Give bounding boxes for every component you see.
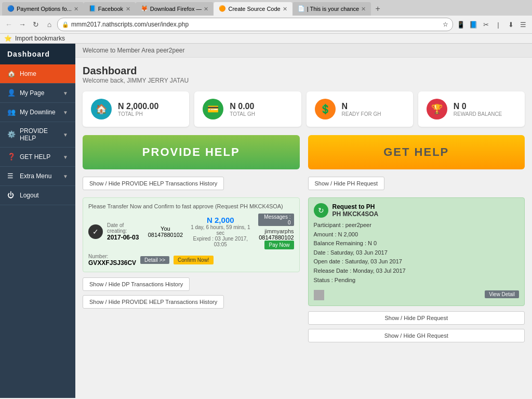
request-status: Status : Pending: [314, 276, 520, 285]
transaction-user-info: Messages : 0 jimmyarphs 08147880102 Pay …: [258, 214, 294, 249]
gh-request-toggle[interactable]: Show / Hide GH Request: [308, 329, 525, 342]
transaction-amount-info: N 2,000 1 day, 6 hours, 59 mins, 1 sec E…: [187, 216, 254, 247]
detail-button[interactable]: Detail >>: [140, 256, 169, 264]
sidebar-item-my-downline[interactable]: 👥 My Downline ▼: [0, 103, 75, 122]
tab-favicon-1: 🔵: [7, 5, 15, 12]
sidebar-item-get-help[interactable]: ❓ GET HELP ▼: [0, 148, 75, 167]
transaction-header: Please Transfer Now and Confirm to fast …: [88, 203, 294, 209]
action-row: PROVIDE HELP GET HELP: [83, 135, 525, 169]
request-icon: ↻: [314, 203, 328, 218]
pay-now-button[interactable]: Pay Now: [264, 241, 294, 249]
tab-favicon-4: 🟠: [219, 5, 226, 12]
sidebar-item-extra-menu[interactable]: ☰ Extra Menu ▼: [0, 167, 75, 186]
number-label: Number:: [88, 254, 136, 259]
stat-card-reward: 🏆 N 0 REWARD BALANCE: [418, 91, 525, 127]
request-participant: Participant : peer2peer: [314, 221, 520, 230]
transaction-date-info: Date of creating: 2017-06-03: [107, 222, 144, 241]
extra-menu-icon: ☰: [7, 172, 16, 180]
sidebar-item-my-page-left: 👤 My Page: [7, 89, 44, 97]
stat-icon-total-ph: 🏠: [91, 99, 112, 119]
provide-history2-toggle[interactable]: Show / Hide PROVIDE HELP Transactions Hi…: [83, 295, 224, 309]
import-bookmarks-link[interactable]: Import bookmarks: [15, 35, 65, 42]
sidebar-item-logout[interactable]: ⏻ Logout: [0, 186, 75, 205]
bookmarks-star-icon: ⭐: [4, 35, 12, 42]
tab-bar: 🔵 Payment Options fo... ✕ 📘 Facebook ✕ 🦊…: [0, 0, 532, 16]
toggle-ph-label: Show / Hide PH Request: [315, 180, 378, 187]
get-help-icon: ❓: [7, 153, 16, 161]
tab-facebook[interactable]: 📘 Facebook ✕: [84, 2, 136, 16]
request-title: Request to PH: [332, 203, 379, 210]
extra-menu-arrow-icon: ▼: [63, 174, 68, 179]
sidebar-label-my-page: My Page: [20, 89, 44, 97]
tab-label-1: Payment Options fo...: [17, 6, 72, 12]
forward-button[interactable]: →: [17, 19, 28, 30]
transaction-left: Please Transfer Now and Confirm to fast …: [83, 197, 300, 342]
tab-label-3: Download Firefox —: [150, 6, 202, 12]
tab-chance[interactable]: 📄 | This is your chance ✕: [292, 2, 371, 16]
sidebar-item-my-page[interactable]: 👤 My Page ▼: [0, 84, 75, 103]
date-creating-label: Date of creating:: [107, 222, 144, 234]
tab-firefox[interactable]: 🦊 Download Firefox — ✕: [136, 2, 214, 16]
toggle-left-1: Show / Hide PROVIDE HELP Transactions Hi…: [83, 177, 300, 190]
dp-request-toggle[interactable]: Show / Hide DP Request: [308, 311, 525, 325]
tab-close-1[interactable]: ✕: [74, 6, 78, 12]
logout-icon: ⏻: [7, 191, 16, 200]
messages-badge: Messages : 0: [258, 214, 294, 226]
number-info: Number: GVXXFJSJ36CV: [88, 254, 136, 267]
sidebar-label-extra: Extra Menu: [20, 172, 51, 180]
stat-value-total-gh: N 0.00: [230, 102, 255, 111]
facebook-icon[interactable]: 📘: [468, 19, 479, 30]
stat-icon-total-gh: 💳: [203, 99, 223, 119]
provide-help-button[interactable]: PROVIDE HELP: [83, 135, 300, 169]
nav-bar: ← → ↻ ⌂ 🔒 mmm2017.nathscripts.com/user/i…: [0, 16, 532, 34]
sidebar-label-home: Home: [20, 70, 36, 77]
stat-info-total-gh: N 0.00 TOTAL GH: [230, 102, 255, 117]
tab-label-4: Create Source Code: [228, 6, 280, 12]
breadcrumb: Welcome to Member Area peer2peer: [75, 44, 532, 58]
menu-icon[interactable]: ☰: [517, 19, 529, 30]
home-button[interactable]: ⌂: [44, 19, 55, 30]
sidebar-item-my-downline-left: 👥 My Downline: [7, 108, 56, 116]
tab-payment-options[interactable]: 🔵 Payment Options fo... ✕: [2, 2, 84, 16]
back-button[interactable]: ←: [3, 19, 15, 30]
provide-history2-section: Show / Hide PROVIDE HELP Transactions Hi…: [83, 295, 300, 309]
you-label: You: [148, 225, 183, 232]
my-page-arrow-icon: ▼: [63, 90, 68, 96]
dp-history-toggle[interactable]: Show / Hide DP Transactions History: [83, 277, 190, 291]
dp-request-label: Show / Hide DP Request: [385, 315, 448, 321]
stats-row: 🏠 N 2,000.00 TOTAL PH 💳 N 0.00 TOTAL GH …: [83, 91, 525, 127]
get-help-button[interactable]: GET HELP: [308, 135, 525, 169]
tab-close-2[interactable]: ✕: [126, 6, 130, 12]
view-detail-button[interactable]: View Detail: [485, 290, 519, 298]
sidebar-item-home[interactable]: 🏠 Home: [0, 64, 75, 84]
you-phone: 08147880102: [148, 232, 183, 238]
new-tab-button[interactable]: +: [371, 2, 384, 16]
tab-favicon-3: 🦊: [141, 5, 148, 12]
whatsapp-icon[interactable]: 📱: [455, 19, 467, 30]
stat-value-reward: N 0: [454, 102, 502, 111]
tab-close-5[interactable]: ✕: [361, 6, 366, 12]
sidebar-item-provide-help[interactable]: ⚙️ PROVIDE HELP ▼: [0, 122, 75, 148]
tab-close-4[interactable]: ✕: [283, 6, 287, 12]
bookmarks-bar: ⭐ Import bookmarks: [0, 34, 532, 44]
sidebar-label-provide: PROVIDE HELP: [20, 127, 63, 142]
stat-label-total-gh: TOTAL GH: [230, 111, 255, 117]
toggle-row-1: Show / Hide PROVIDE HELP Transactions Hi…: [83, 177, 525, 190]
stat-label-ready-gh: READY FOR GH: [342, 111, 381, 117]
ph-request-toggle[interactable]: Show / Hide PH Request: [308, 177, 385, 190]
user-name: jimmyarphs: [258, 228, 294, 234]
tab-close-3[interactable]: ✕: [204, 6, 208, 12]
request-info: Participant : peer2peer Amount : N 2,000…: [314, 221, 520, 285]
provide-history-toggle[interactable]: Show / Hide PROVIDE HELP Transactions Hi…: [83, 177, 224, 190]
address-bar[interactable]: 🔒 mmm2017.nathscripts.com/user/index.php…: [57, 18, 453, 31]
request-card: ↻ Request to PH PH MKCK4SOA Participant …: [308, 197, 525, 306]
bookmark-star-icon[interactable]: ☆: [443, 21, 448, 28]
reload-button[interactable]: ↻: [30, 19, 42, 30]
download-icon[interactable]: ⬇: [505, 19, 516, 30]
stat-icon-ready-gh: 💲: [315, 99, 336, 119]
sidebar-label-my-downline: My Downline: [20, 109, 56, 116]
stat-label-total-ph: TOTAL PH: [118, 111, 158, 117]
confirm-now-button[interactable]: Confirm Now!: [174, 256, 214, 264]
tab-source-code[interactable]: 🟠 Create Source Code ✕: [214, 2, 292, 16]
check-status-icon: ✓: [88, 224, 103, 239]
